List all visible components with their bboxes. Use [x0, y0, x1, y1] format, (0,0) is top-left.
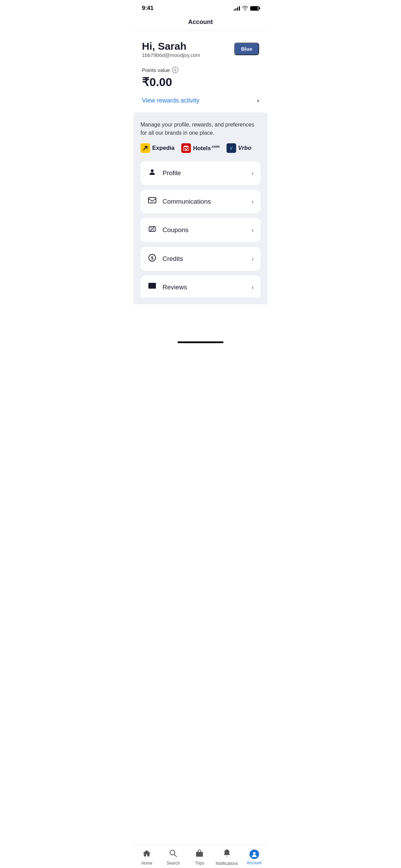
points-label-text: Points value — [142, 67, 170, 73]
battery-icon — [250, 6, 259, 11]
signal-icon — [234, 6, 240, 11]
credits-item-left: $ Credits — [147, 254, 183, 264]
coupons-item-left: Coupons — [147, 225, 189, 235]
expedia-name: Expedia — [152, 145, 174, 152]
brands-row: Expedia Hotels.com V — [141, 143, 260, 153]
coupons-icon — [147, 225, 157, 235]
svg-rect-11 — [148, 283, 156, 289]
menu-item-coupons[interactable]: Coupons › — [141, 218, 260, 242]
menu-item-profile[interactable]: Profile › — [141, 161, 260, 185]
brand-expedia: Expedia — [141, 143, 174, 153]
reviews-icon — [147, 282, 157, 292]
points-info-icon[interactable]: i — [172, 67, 178, 73]
brand-vrbo: V Vrbo — [227, 143, 251, 153]
tier-badge[interactable]: Blue — [234, 43, 259, 55]
credits-icon: $ — [147, 254, 157, 264]
menu-item-communications[interactable]: Communications › — [141, 190, 260, 213]
svg-text:$: $ — [151, 255, 154, 261]
profile-label: Profile — [162, 169, 181, 177]
menu-list: Profile › Communications › — [141, 161, 260, 298]
reviews-chevron-icon: › — [252, 284, 254, 291]
coupons-chevron-icon: › — [252, 227, 254, 234]
status-icons — [234, 5, 259, 11]
page-header: Account — [134, 14, 267, 31]
svg-rect-1 — [184, 148, 185, 149]
credits-chevron-icon: › — [252, 255, 254, 263]
vrbo-name: Vrbo — [238, 145, 251, 152]
wifi-icon — [242, 5, 248, 11]
points-label-row: Points value i — [142, 67, 259, 73]
profile-item-left: Profile — [147, 168, 181, 178]
reviews-label: Reviews — [162, 284, 187, 291]
status-time: 9:41 — [142, 5, 154, 12]
rewards-link-text: View rewards activity — [142, 97, 199, 104]
svg-point-5 — [151, 169, 154, 172]
reviews-item-left: Reviews — [147, 282, 187, 292]
svg-point-7 — [150, 228, 151, 229]
communications-item-left: Communications — [147, 197, 211, 206]
greeting-block: Hi, Sarah 1bb79b6d@moodjoy.com — [142, 40, 200, 65]
profile-icon — [147, 168, 157, 178]
communications-icon — [147, 197, 157, 206]
rewards-link[interactable]: View rewards activity › — [142, 96, 259, 106]
communications-chevron-icon: › — [252, 198, 254, 205]
rewards-chevron-icon: › — [257, 97, 259, 104]
coupons-label: Coupons — [162, 226, 189, 234]
svg-point-8 — [153, 230, 154, 231]
page-title: Account — [188, 19, 213, 25]
expedia-logo — [141, 143, 150, 153]
user-email: 1bb79b6d@moodjoy.com — [142, 52, 200, 58]
svg-rect-6 — [148, 197, 156, 203]
hotels-name: Hotels.com — [193, 144, 220, 152]
menu-item-credits[interactable]: $ Credits › — [141, 247, 260, 271]
profile-chevron-icon: › — [252, 170, 254, 177]
brand-hotels: Hotels.com — [181, 143, 220, 153]
menu-item-reviews[interactable]: Reviews › — [141, 276, 260, 298]
account-top-row: Hi, Sarah 1bb79b6d@moodjoy.com Blue — [142, 40, 259, 65]
hotels-logo — [181, 143, 191, 153]
account-info-section: Hi, Sarah 1bb79b6d@moodjoy.com Blue Poin… — [134, 31, 267, 112]
vrbo-logo: V — [227, 143, 236, 153]
svg-rect-3 — [185, 149, 187, 150]
points-value: ₹0.00 — [142, 75, 259, 89]
gray-section: Manage your profile, rewards, and prefer… — [134, 112, 267, 304]
credits-label: Credits — [162, 255, 183, 263]
svg-rect-2 — [187, 148, 188, 149]
greeting-text: Hi, Sarah — [142, 40, 200, 52]
svg-rect-4 — [184, 146, 188, 147]
home-indicator — [178, 341, 223, 343]
section-description: Manage your profile, rewards, and prefer… — [141, 121, 260, 137]
communications-label: Communications — [162, 198, 211, 205]
status-bar: 9:41 — [134, 0, 267, 14]
